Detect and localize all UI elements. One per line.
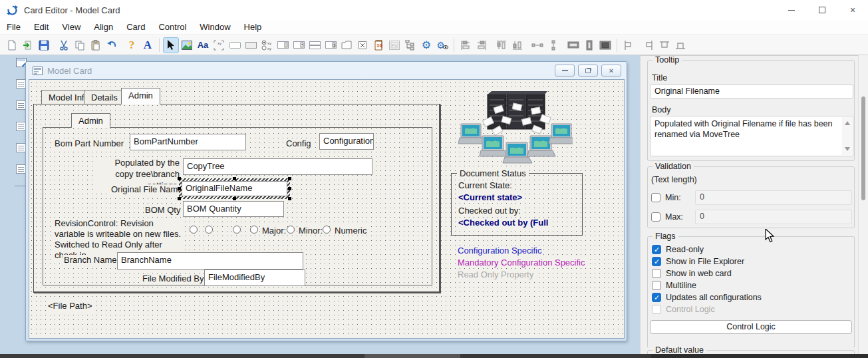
selection-handle[interactable]: [233, 197, 236, 200]
selection-handle[interactable]: [178, 177, 181, 180]
revision-radio-3[interactable]: [233, 226, 241, 234]
flag-read-only[interactable]: Read-only: [652, 244, 704, 254]
card-preview-icon[interactable]: Fn: [386, 37, 402, 53]
tab-details[interactable]: Details: [84, 90, 125, 104]
space-down-icon[interactable]: [545, 37, 561, 53]
anchor-right-icon[interactable]: [641, 37, 656, 53]
revision-radio-major[interactable]: [250, 226, 258, 234]
selection-handle[interactable]: [288, 197, 291, 200]
selection-handle[interactable]: [288, 177, 291, 180]
control-logic-icon[interactable]: ⚙: [418, 37, 434, 53]
original-file-name-edit[interactable]: OriginalFileName: [182, 181, 287, 196]
revision-radio-1[interactable]: [190, 226, 198, 234]
align-top-icon[interactable]: [494, 37, 509, 53]
select-tool-icon[interactable]: [163, 37, 179, 53]
tooltip-title-input[interactable]: Original Filename: [650, 85, 853, 98]
minimize-button[interactable]: [776, 0, 807, 20]
original-file-name-edit-selected[interactable]: OriginalFileName: [179, 178, 290, 199]
menu-window[interactable]: Window: [193, 21, 237, 33]
copy-tree-edit[interactable]: CopyTree: [183, 158, 372, 175]
help-icon[interactable]: ?: [124, 37, 140, 53]
branch-name-edit[interactable]: BranchName: [117, 252, 303, 269]
revision-radio-2[interactable]: [205, 226, 213, 234]
read-only-checkbox[interactable]: [652, 245, 661, 254]
flag-show-in-file-explorer[interactable]: Show in File Explorer: [652, 256, 744, 266]
new-card-icon[interactable]: [4, 37, 20, 53]
min-checkbox[interactable]: [651, 193, 660, 202]
textarea-scrollbar[interactable]: [842, 117, 852, 155]
cut-icon[interactable]: [56, 37, 72, 53]
control-logic-checkbox[interactable]: [652, 305, 661, 314]
show-in-web-card-checkbox[interactable]: [652, 269, 661, 278]
properties-scrollbar[interactable]: [858, 55, 868, 358]
scroll-up-icon[interactable]: [845, 121, 850, 125]
flag-multiline[interactable]: Multiline: [652, 280, 696, 290]
bom-qty-edit[interactable]: BOM Quantity: [183, 201, 284, 217]
combobox-simple-control-icon[interactable]: [307, 37, 323, 53]
model-card-titlebar[interactable]: Model Card ×: [26, 62, 627, 79]
file-modified-by-edit[interactable]: FileModifiedBy: [204, 269, 305, 286]
max-checkbox-row[interactable]: Max:: [651, 212, 683, 222]
menu-align[interactable]: Align: [87, 21, 120, 33]
flag-control-logic[interactable]: Control Logic: [652, 304, 715, 314]
make-same-height-icon[interactable]: [581, 37, 597, 53]
static-text-control-icon[interactable]: Aa: [195, 37, 211, 53]
child-minimize-button[interactable]: [555, 65, 575, 77]
save-card-icon[interactable]: [36, 37, 52, 53]
flag-updates-all-configurations[interactable]: Updates all configurations: [652, 292, 762, 302]
tab-control-icon[interactable]: [339, 37, 355, 53]
combobox-dropdown-control-icon[interactable]: [291, 37, 307, 53]
control-logic-view-icon[interactable]: ⚙: [434, 37, 450, 53]
min-value-input[interactable]: 0: [695, 190, 852, 205]
maximize-button[interactable]: [807, 0, 837, 20]
show-in-file-explorer-checkbox[interactable]: [652, 257, 661, 266]
align-left-icon[interactable]: [458, 37, 474, 53]
menu-edit[interactable]: Edit: [27, 21, 55, 33]
inner-tab-admin[interactable]: Admin: [71, 113, 110, 128]
radio-group-control-icon[interactable]: xyxy: [259, 37, 275, 53]
menu-card[interactable]: Card: [120, 21, 152, 33]
max-checkbox[interactable]: [651, 212, 660, 222]
variable-link-icon[interactable]: 10: [370, 37, 386, 53]
config-edit[interactable]: ConfigurationNa: [319, 133, 374, 150]
tooltip-body-textarea[interactable]: Populated with Original Filename if file…: [650, 116, 853, 156]
child-restore-button[interactable]: [578, 65, 598, 77]
combobox-droplist-control-icon[interactable]: [275, 37, 291, 53]
multiline-checkbox[interactable]: [652, 281, 661, 290]
menu-help[interactable]: Help: [237, 21, 269, 33]
label-control-icon[interactable]: xy: [211, 37, 227, 53]
card-design-surface[interactable]: Model Info Details Admin Admin Bom Part …: [29, 79, 625, 339]
undo-icon[interactable]: [104, 37, 120, 53]
edit-control-icon[interactable]: [227, 37, 243, 53]
revision-radio-minor[interactable]: [287, 226, 295, 234]
align-right-icon[interactable]: [474, 37, 490, 53]
space-across-icon[interactable]: [529, 37, 545, 53]
min-checkbox-row[interactable]: Min:: [651, 192, 681, 202]
close-button[interactable]: ×: [837, 0, 868, 20]
make-same-size-icon[interactable]: [597, 37, 613, 53]
control-logic-button[interactable]: Control Logic: [650, 320, 852, 334]
menu-file[interactable]: File: [0, 21, 27, 33]
child-close-button[interactable]: ×: [601, 65, 621, 77]
selection-handle[interactable]: [233, 177, 236, 180]
menu-control[interactable]: Control: [152, 21, 193, 33]
bom-part-number-edit[interactable]: BomPartNumber: [130, 134, 246, 150]
max-value-input[interactable]: 0: [695, 210, 852, 224]
selection-handle[interactable]: [178, 187, 181, 190]
anchor-left-icon[interactable]: [621, 37, 637, 53]
scroll-down-icon[interactable]: [845, 147, 850, 151]
font-icon[interactable]: A: [140, 37, 156, 53]
flag-show-in-web-card[interactable]: Show in web card: [652, 268, 732, 278]
frame-control-icon[interactable]: [243, 37, 259, 53]
anchor-top-icon[interactable]: [656, 37, 672, 53]
revision-radio-numeric[interactable]: [323, 226, 331, 234]
image-control-icon[interactable]: [179, 37, 195, 53]
align-bottom-icon[interactable]: [509, 37, 525, 53]
copy-icon[interactable]: [72, 37, 88, 53]
paste-icon[interactable]: [88, 37, 104, 53]
menu-view[interactable]: View: [55, 21, 87, 33]
open-card-icon[interactable]: [20, 37, 36, 53]
tree-control-icon[interactable]: [402, 37, 418, 53]
anchor-bottom-icon[interactable]: [672, 37, 688, 53]
selection-handle[interactable]: [178, 197, 181, 200]
